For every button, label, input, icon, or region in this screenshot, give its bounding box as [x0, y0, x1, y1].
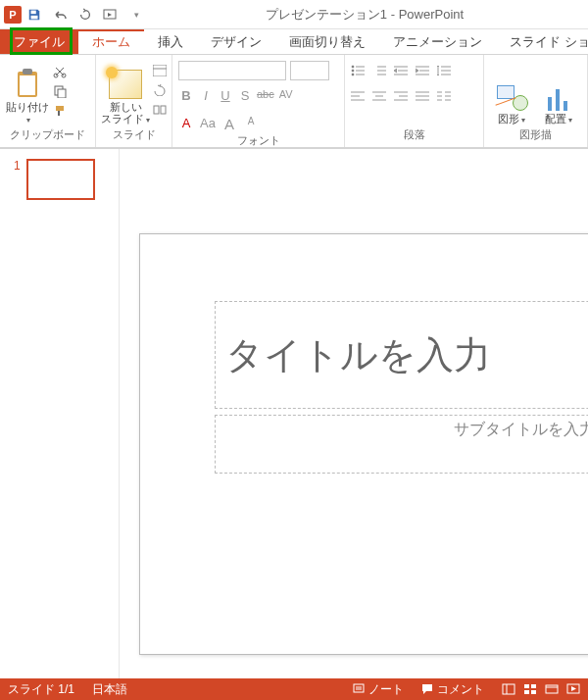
shapes-label: 図形: [498, 113, 525, 125]
view-buttons: [502, 683, 580, 695]
notes-icon: [353, 683, 365, 695]
group-font: B I U S abc AV A Aa A A フォント: [172, 55, 345, 147]
svg-rect-10: [56, 106, 64, 111]
comments-icon: [421, 683, 433, 695]
comments-button[interactable]: コメント: [421, 681, 484, 698]
section-icon[interactable]: [153, 104, 169, 118]
save-icon[interactable]: [25, 6, 43, 24]
ribbon: 貼り付け クリップボード 新しい スライド スライド: [0, 55, 588, 149]
clipboard-group-label: クリップボード: [6, 127, 89, 145]
arrange-button[interactable]: 配置: [537, 61, 580, 125]
workspace: 1 タイトルを入力 サブタイトルを入力: [0, 149, 588, 678]
tab-transitions[interactable]: 画面切り替え: [275, 29, 379, 54]
italic-button[interactable]: I: [198, 88, 214, 106]
increase-indent-button[interactable]: [416, 65, 431, 82]
layout-icon[interactable]: [153, 65, 169, 78]
cut-icon[interactable]: [53, 65, 69, 78]
align-left-button[interactable]: [351, 90, 367, 108]
tab-slideshow[interactable]: スライド ショー: [496, 29, 588, 54]
notes-button[interactable]: ノート: [353, 681, 404, 698]
decrease-indent-button[interactable]: [394, 65, 410, 82]
svg-point-15: [352, 66, 354, 68]
thumbnail-panel: 1: [0, 149, 120, 678]
tab-animations[interactable]: アニメーション: [379, 29, 496, 54]
svg-rect-5: [23, 69, 32, 75]
arrange-icon: [544, 85, 573, 111]
tab-design[interactable]: デザイン: [197, 29, 275, 54]
line-spacing-button[interactable]: [437, 65, 453, 82]
tab-file[interactable]: ファイル: [0, 29, 78, 54]
char-spacing-button[interactable]: AV: [278, 88, 294, 106]
bold-button[interactable]: B: [178, 88, 194, 106]
align-center-button[interactable]: [372, 90, 388, 108]
font-size-select[interactable]: [290, 61, 329, 80]
grow-font-button[interactable]: A: [221, 116, 237, 133]
ribbon-tabs: ファイル ホーム 挿入 デザイン 画面切り替え アニメーション スライド ショー…: [0, 29, 588, 55]
align-right-button[interactable]: [394, 90, 410, 108]
change-case-button[interactable]: Aa: [200, 116, 216, 133]
group-clipboard: 貼り付け クリップボード: [0, 55, 96, 147]
svg-rect-1: [31, 15, 38, 19]
subtitle-placeholder-text: サブタイトルを入力: [454, 421, 588, 437]
strikethrough-button[interactable]: abc: [257, 88, 274, 106]
comments-label: コメント: [437, 681, 484, 698]
svg-rect-14: [161, 106, 166, 114]
copy-icon[interactable]: [53, 84, 69, 98]
quick-access-toolbar: ▾: [25, 6, 145, 24]
thumbnail-preview: [26, 159, 95, 200]
svg-rect-51: [354, 684, 364, 692]
paragraph-group-label: 段落: [351, 127, 477, 145]
underline-button[interactable]: U: [218, 88, 233, 106]
reset-icon[interactable]: [153, 84, 169, 98]
group-paragraph: 段落: [345, 55, 484, 147]
clipboard-icon: [14, 68, 41, 99]
slide: タイトルを入力 サブタイトルを入力: [139, 233, 588, 655]
notes-label: ノート: [368, 681, 404, 698]
slide-canvas[interactable]: タイトルを入力 サブタイトルを入力: [120, 149, 588, 678]
new-slide-label: 新しい スライド: [101, 101, 150, 125]
svg-rect-57: [531, 684, 536, 688]
format-painter-icon[interactable]: [53, 104, 69, 118]
tab-home[interactable]: ホーム: [78, 29, 144, 54]
text-shadow-button[interactable]: S: [237, 88, 253, 106]
title-placeholder-text: タイトルを入力: [225, 330, 491, 380]
svg-rect-54: [503, 684, 514, 694]
font-color-button[interactable]: A: [178, 116, 194, 133]
justify-button[interactable]: [416, 90, 431, 108]
svg-rect-0: [31, 10, 36, 14]
arrange-label: 配置: [545, 113, 572, 125]
reading-view-button[interactable]: [545, 683, 559, 695]
svg-rect-13: [154, 106, 159, 114]
numbering-button[interactable]: [372, 65, 388, 82]
new-slide-icon: [109, 70, 142, 99]
shrink-font-button[interactable]: A: [243, 116, 259, 133]
svg-rect-11: [153, 65, 167, 76]
svg-rect-60: [546, 685, 558, 693]
sorter-view-button[interactable]: [523, 683, 537, 695]
subtitle-placeholder[interactable]: サブタイトルを入力: [215, 415, 588, 474]
normal-view-button[interactable]: [502, 683, 515, 695]
qat-customize-icon[interactable]: ▾: [127, 6, 145, 24]
title-bar: P ▾ プレゼンテーション1 - PowerPoint: [0, 0, 588, 29]
paste-button[interactable]: 貼り付け: [6, 61, 49, 125]
slideshow-view-button[interactable]: [566, 683, 580, 695]
language-indicator[interactable]: 日本語: [92, 681, 127, 698]
undo-icon[interactable]: [51, 6, 69, 24]
svg-rect-56: [524, 684, 529, 688]
bullets-button[interactable]: [351, 65, 367, 82]
thumbnail-item[interactable]: 1: [0, 159, 119, 200]
paste-label: 貼り付け: [6, 101, 49, 125]
thumbnail-number: 1: [14, 159, 21, 173]
slide-counter[interactable]: スライド 1/1: [8, 681, 74, 698]
svg-rect-59: [531, 690, 536, 694]
powerpoint-app-icon: P: [4, 6, 22, 24]
start-slideshow-icon[interactable]: [102, 6, 120, 24]
title-placeholder[interactable]: タイトルを入力: [215, 301, 588, 409]
columns-button[interactable]: [437, 90, 453, 108]
new-slide-button[interactable]: 新しい スライド: [102, 61, 149, 125]
shapes-button[interactable]: 図形: [490, 61, 533, 125]
redo-icon[interactable]: [76, 6, 94, 24]
svg-rect-58: [524, 690, 529, 694]
tab-insert[interactable]: 挿入: [144, 29, 197, 54]
font-family-select[interactable]: [178, 61, 286, 80]
